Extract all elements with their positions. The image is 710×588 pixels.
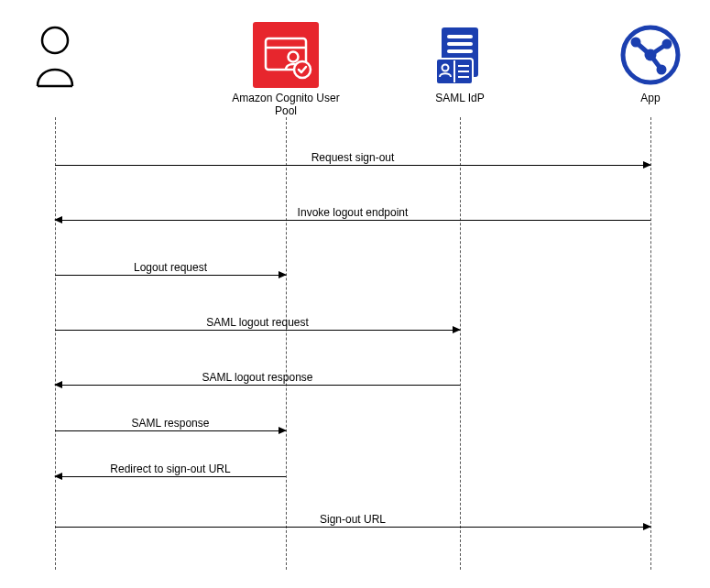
lifeline-idp <box>460 117 461 570</box>
actor-cognito: Amazon Cognito User Pool <box>231 22 341 117</box>
arrow-line <box>55 385 460 386</box>
arrow-head-right-icon <box>643 161 651 169</box>
message-arrow: SAML response <box>55 430 286 431</box>
arrow-head-right-icon <box>279 427 287 434</box>
message-arrow: SAML logout request <box>55 330 460 331</box>
arrow-head-right-icon <box>279 271 287 278</box>
svg-point-0 <box>42 27 68 53</box>
lifeline-user <box>55 117 56 570</box>
actor-user <box>0 26 110 92</box>
message-arrow: SAML logout response <box>55 385 460 386</box>
sequence-diagram: Amazon Cognito User Pool SAML IdP <box>0 0 710 588</box>
actor-idp-label: SAML IdP <box>405 92 515 104</box>
arrow-head-right-icon <box>453 326 461 333</box>
message-label: Logout request <box>130 261 211 274</box>
message-arrow: Request sign-out <box>55 165 650 166</box>
message-arrow: Sign-out URL <box>55 527 650 528</box>
arrow-head-left-icon <box>54 216 62 223</box>
svg-rect-8 <box>447 35 473 38</box>
idp-icon <box>427 22 493 88</box>
message-label: Redirect to sign-out URL <box>106 463 234 475</box>
message-arrow: Logout request <box>55 275 286 276</box>
arrow-line <box>55 330 460 331</box>
arrow-line <box>55 275 286 276</box>
user-icon <box>32 26 78 88</box>
arrow-line <box>55 527 650 528</box>
message-label: Request sign-out <box>308 151 399 164</box>
message-arrow: Redirect to sign-out URL <box>55 476 286 477</box>
actor-app: App <box>595 22 705 104</box>
message-label: SAML logout request <box>202 316 312 329</box>
actor-idp: SAML IdP <box>405 22 515 104</box>
message-label: Sign-out URL <box>316 513 389 526</box>
arrow-line <box>55 220 650 221</box>
svg-line-22 <box>636 42 650 55</box>
lifeline-cognito <box>286 117 287 570</box>
arrow-line <box>55 476 286 477</box>
svg-rect-2 <box>253 22 319 88</box>
arrow-line <box>55 430 286 431</box>
app-icon <box>617 22 683 88</box>
actor-app-label: App <box>595 92 705 104</box>
cognito-icon <box>253 22 319 88</box>
arrow-head-left-icon <box>54 473 62 480</box>
arrow-head-right-icon <box>643 523 651 530</box>
arrow-head-left-icon <box>54 381 62 388</box>
svg-rect-10 <box>447 49 473 53</box>
message-label: Invoke logout endpoint <box>294 206 412 219</box>
arrow-line <box>55 165 650 166</box>
message-label: SAML response <box>128 417 213 430</box>
message-arrow: Invoke logout endpoint <box>55 220 650 221</box>
lifeline-app <box>650 117 651 570</box>
svg-line-23 <box>650 44 667 55</box>
actor-cognito-label: Amazon Cognito User Pool <box>231 92 341 117</box>
message-label: SAML logout response <box>199 371 317 384</box>
svg-rect-9 <box>447 42 473 46</box>
